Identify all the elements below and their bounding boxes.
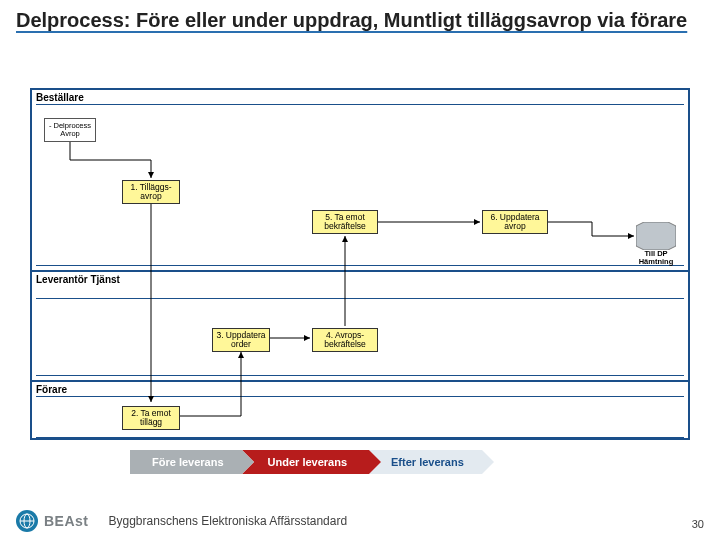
svg-marker-0 (636, 222, 676, 250)
node-2-ta-emot-tillagg: 2. Ta emot tillägg (122, 406, 180, 430)
lane-label-forare: Förare (36, 384, 67, 395)
lane-label-leverantor: Leverantör Tjänst (36, 274, 120, 285)
node-3-uppdatera-order: 3. Uppdatera order (212, 328, 270, 352)
footer: BEAst Byggbranschens Elektroniska Affärs… (0, 502, 720, 540)
lane-leverantor: Leverantör Tjänst 3. Uppdatera order 4. … (32, 270, 688, 380)
node-1-tillaggsavrop: 1. Tilläggs­avrop (122, 180, 180, 204)
end-node-label: Till DP Hämtning (636, 250, 676, 266)
node-4-avropsbekraftelse: 4. Avrops­bekräftelse (312, 328, 378, 352)
globe-icon (16, 510, 38, 532)
ribbon-fore-leverans: Före leverans (130, 450, 242, 474)
page-title: Delprocess: Före eller under uppdrag, Mu… (0, 0, 720, 35)
end-node-shape (636, 222, 676, 250)
phase-ribbons: Före leverans Under leverans Efter lever… (130, 450, 482, 474)
page-number: 30 (692, 518, 704, 530)
node-5-ta-emot-bekraftelse: 5. Ta emot bekräftelse (312, 210, 378, 234)
swimlane-diagram: Beställare - Delprocess Avrop 1. Tillägg… (30, 88, 690, 440)
footer-tagline: Byggbranschens Elektroniska Affärsstanda… (109, 514, 348, 528)
brand-logo: BEAst (16, 510, 89, 532)
node-6-uppdatera-avrop: 6. Uppdatera avrop (482, 210, 548, 234)
lane-label-bestallare: Beställare (36, 92, 84, 103)
ribbon-under-leverans: Under leverans (242, 450, 369, 474)
lane-bestallare: Beställare - Delprocess Avrop 1. Tillägg… (32, 90, 688, 270)
brand-text: BEAst (44, 513, 89, 529)
ribbon-efter-leverans: Efter leverans (369, 450, 482, 474)
start-node: - Delprocess Avrop (44, 118, 96, 142)
lane-forare: Förare 2. Ta emot tillägg (32, 380, 688, 442)
